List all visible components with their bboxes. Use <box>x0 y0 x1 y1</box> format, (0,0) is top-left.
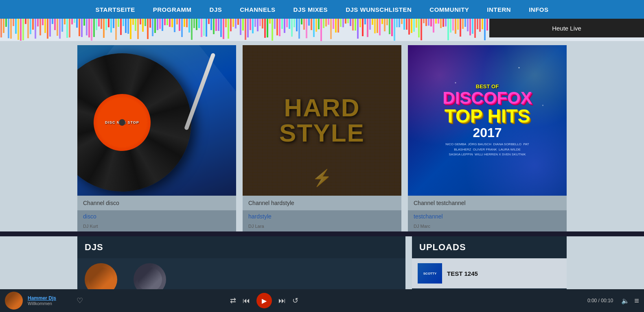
discofox-info: BEST OF DISCOFOX TOP HITS 2017 NICO GEMB… <box>438 79 536 161</box>
discofox-tophits-text: TOP HITS <box>442 107 532 125</box>
nav-startseite[interactable]: STARTSEITE <box>87 6 144 13</box>
channels-grid: DISC NON STOP Channel disco disco DJ Kur… <box>77 45 567 231</box>
player-info: Hammer Djs Willkommen <box>28 295 68 306</box>
main-nav: STARTSEITE PROGRAMM DJS CHANNELS DJS MIX… <box>0 0 644 19</box>
nav-djs[interactable]: DJS <box>201 6 231 13</box>
heute-live-label: Heute Live <box>552 25 581 32</box>
next-button[interactable]: ⏭ <box>278 297 286 304</box>
djs-header: DJS <box>77 236 405 258</box>
heute-live-bar: Heute Live <box>489 19 644 37</box>
channel-hardstyle[interactable]: HARD STYLE ⚡ Channel hardstyle hardstyle… <box>243 45 401 231</box>
discofox-year-text: 2017 <box>442 125 532 140</box>
channel-disco-extra: DJ Kurt <box>77 223 236 231</box>
player-bar: Hammer Djs Willkommen ♡ ⇄ ⏮ ▶ ⏭ ↺ 0:00 /… <box>0 289 644 312</box>
channel-hardstyle-extra: DJ Lara <box>243 223 401 231</box>
player-controls: ⇄ ⏮ ▶ ⏭ ↺ <box>230 293 298 308</box>
color-bars-section: ◀ ▶ Heute Live <box>0 19 644 41</box>
nav-channels[interactable]: CHANNELS <box>231 6 284 13</box>
prev-button[interactable]: ⏮ <box>243 297 250 304</box>
heart-icon[interactable]: ♡ <box>77 296 83 305</box>
main-content: DISC NON STOP Channel disco disco DJ Kur… <box>0 41 644 231</box>
channel-testchannel-label: Channel testchannel <box>408 196 567 210</box>
channel-testchannel[interactable]: BEST OF DISCOFOX TOP HITS 2017 NICO GEMB… <box>408 45 567 231</box>
channel-disco-thumb: DISC NON STOP <box>77 45 236 196</box>
player-avatar <box>5 292 23 310</box>
nav-community[interactable]: COMMUNITY <box>421 6 478 13</box>
discofox-artists-text: NICO GEMBA JÖRG BAUSCH DIANA SORBELLO PA… <box>442 142 532 157</box>
nav-djs-mixes[interactable]: DJS MIXES <box>285 6 337 13</box>
upload-title-0: TEST 1245 <box>447 270 478 277</box>
player-time: 0:00 / 00:10 <box>587 298 613 303</box>
channel-disco-link[interactable]: disco <box>77 210 236 223</box>
upload-thumb-0: SCOTTY <box>418 263 442 284</box>
channel-hardstyle-label: Channel hardstyle <box>243 196 401 210</box>
nav-infos[interactable]: INFOS <box>520 6 557 13</box>
upload-item-0[interactable]: SCOTTY TEST 1245 <box>412 258 567 288</box>
player-name[interactable]: Hammer Djs <box>28 295 68 301</box>
discofox-title-text: DISCOFOX <box>442 89 532 107</box>
channel-disco-label: Channel disco <box>77 196 236 210</box>
nav-programm[interactable]: PROGRAMM <box>144 6 201 13</box>
repeat-button[interactable]: ↺ <box>292 297 298 304</box>
menu-icon[interactable]: ≡ <box>634 296 639 305</box>
channel-testchannel-link[interactable]: testchannel <box>408 210 567 223</box>
channel-hardstyle-thumb: HARD STYLE ⚡ <box>243 45 401 196</box>
shuffle-button[interactable]: ⇄ <box>230 297 236 304</box>
player-subtext: Willkommen <box>28 301 68 306</box>
channel-disco[interactable]: DISC NON STOP Channel disco disco DJ Kur… <box>77 45 236 231</box>
channel-testchannel-thumb: BEST OF DISCOFOX TOP HITS 2017 NICO GEMB… <box>408 45 567 196</box>
channel-hardstyle-link[interactable]: hardstyle <box>243 210 401 223</box>
nav-intern[interactable]: INTERN <box>478 6 520 13</box>
play-button[interactable]: ▶ <box>256 293 272 308</box>
channel-testchannel-extra: DJ Marc <box>408 223 567 231</box>
volume-icon[interactable]: 🔈 <box>621 297 629 305</box>
nav-djs-wunschlisten[interactable]: DJS WUNSCHLISTEN <box>337 6 421 13</box>
uploads-header: UPLOADS <box>412 236 567 258</box>
